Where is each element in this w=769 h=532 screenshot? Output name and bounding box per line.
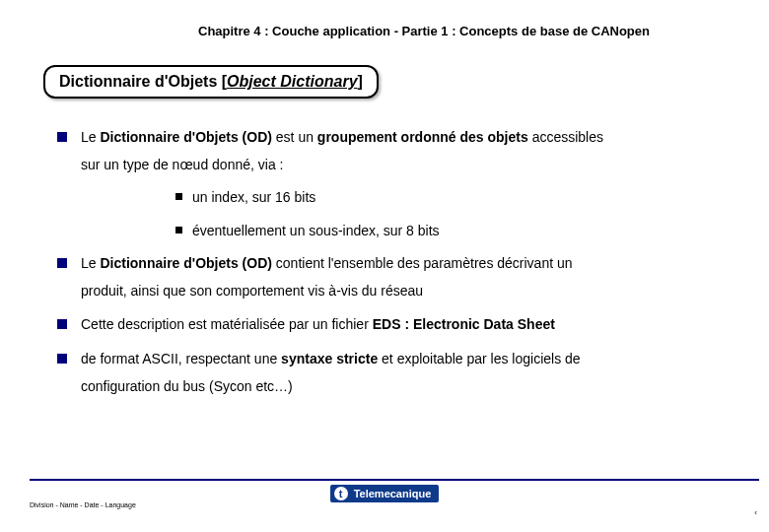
footer-logo-area: t Telemecanique	[0, 484, 769, 502]
sub-bullet-2: éventuellement un sous-index, sur 8 bits	[175, 222, 749, 241]
footer-meta: Division - Name - Date - Language	[30, 501, 136, 508]
t: Dictionnaire d'Objets (OD)	[100, 255, 271, 271]
bullet-4-line2: configuration du bus (Sycon etc…)	[81, 377, 749, 397]
title-close: ]	[358, 73, 363, 90]
bullet-1-line2: sur un type de nœud donné, via :	[81, 156, 749, 175]
slide: Chapitre 4 : Couche application - Partie…	[0, 0, 769, 532]
t: accessibles	[528, 129, 603, 145]
content-area: Le Dictionnaire d'Objets (OD) est un gro…	[57, 128, 749, 410]
t: groupement ordonné des objets	[317, 129, 528, 145]
bullet-icon	[57, 132, 67, 142]
bullet-3-text: Cette description est matérialisée par u…	[81, 315, 749, 335]
bullet-icon	[175, 227, 182, 233]
t: EDS : Electronic Data Sheet	[373, 316, 555, 332]
t: Cette description est matérialisée par u…	[81, 316, 373, 332]
sub-bullet-1: un index, sur 16 bits	[175, 188, 749, 208]
bullet-icon	[175, 193, 182, 200]
slide-title-box: Dictionnaire d'Objets [Object Dictionary…	[43, 65, 379, 99]
t: Dictionnaire d'Objets (OD)	[100, 129, 271, 145]
t: de format ASCII, respectant une	[81, 351, 281, 366]
bullet-4-text: de format ASCII, respectant une syntaxe …	[81, 350, 749, 369]
sub-bullet-2-text: éventuellement un sous-index, sur 8 bits	[192, 222, 749, 241]
t: contient l'ensemble des paramètres décri…	[272, 255, 573, 271]
brand-logo: t Telemecanique	[330, 485, 440, 502]
page-corner-mark: ‹	[754, 510, 757, 516]
footer-divider	[30, 479, 759, 481]
brand-logo-icon: t	[334, 487, 348, 500]
bullet-2: Le Dictionnaire d'Objets (OD) contient l…	[57, 254, 749, 274]
bullet-1-text: Le Dictionnaire d'Objets (OD) est un gro…	[81, 128, 749, 148]
t: est un	[272, 129, 317, 145]
chapter-header: Chapitre 4 : Couche application - Partie…	[0, 24, 769, 38]
bullet-4: de format ASCII, respectant une syntaxe …	[57, 350, 749, 369]
title-main: Dictionnaire d'Objets [	[59, 73, 227, 90]
t: Le	[81, 129, 100, 145]
t: et exploitable par les logiciels de	[378, 351, 580, 366]
bullet-2-line2: produit, ainsi que son comportement vis …	[81, 282, 749, 301]
t: Le	[81, 255, 100, 271]
t: syntaxe stricte	[281, 351, 378, 366]
bullet-icon	[57, 354, 67, 364]
bullet-icon	[57, 258, 67, 268]
sub-bullet-1-text: un index, sur 16 bits	[192, 188, 749, 208]
bullet-2-text: Le Dictionnaire d'Objets (OD) contient l…	[81, 254, 749, 274]
bullet-icon	[57, 319, 67, 329]
bullet-1: Le Dictionnaire d'Objets (OD) est un gro…	[57, 128, 749, 148]
brand-name: Telemecanique	[354, 488, 432, 499]
title-italic: Object Dictionary	[227, 73, 357, 90]
bullet-3: Cette description est matérialisée par u…	[57, 315, 749, 335]
